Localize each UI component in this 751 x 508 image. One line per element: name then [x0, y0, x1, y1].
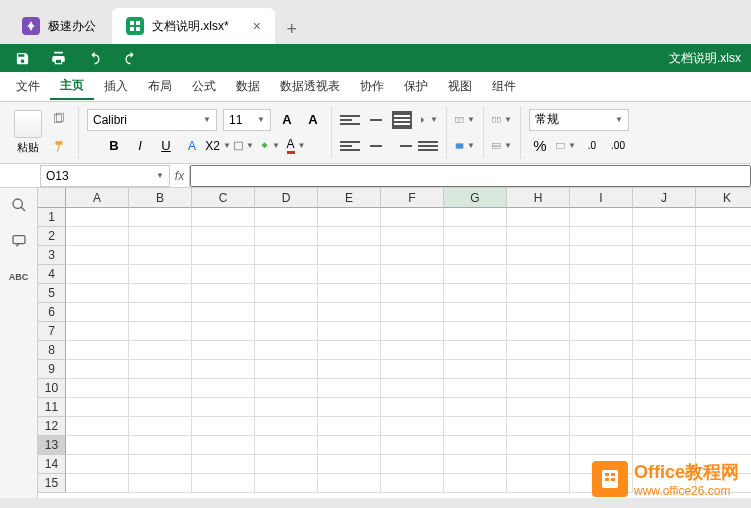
- cell[interactable]: [381, 284, 444, 303]
- cell[interactable]: [255, 417, 318, 436]
- cell[interactable]: [633, 208, 696, 227]
- name-box[interactable]: ▼: [40, 165, 170, 187]
- cell[interactable]: [66, 474, 129, 493]
- print-icon[interactable]: [46, 46, 70, 70]
- cell[interactable]: [66, 360, 129, 379]
- cell[interactable]: [444, 379, 507, 398]
- cell[interactable]: [66, 322, 129, 341]
- cell[interactable]: [66, 398, 129, 417]
- cell[interactable]: [381, 341, 444, 360]
- cell[interactable]: [696, 265, 751, 284]
- cell[interactable]: [444, 360, 507, 379]
- row-header[interactable]: 3: [38, 246, 66, 265]
- cell[interactable]: [66, 436, 129, 455]
- cell[interactable]: [444, 398, 507, 417]
- column-header[interactable]: H: [507, 188, 570, 208]
- cell[interactable]: [444, 303, 507, 322]
- font-size-input[interactable]: [229, 113, 254, 127]
- cell[interactable]: [507, 398, 570, 417]
- cell[interactable]: [507, 303, 570, 322]
- delete-cells-icon[interactable]: ▼: [492, 136, 512, 156]
- cell[interactable]: [570, 379, 633, 398]
- column-header[interactable]: I: [570, 188, 633, 208]
- cell[interactable]: [381, 322, 444, 341]
- align-left-icon[interactable]: [340, 137, 360, 155]
- row-header[interactable]: 9: [38, 360, 66, 379]
- select-all-corner[interactable]: [38, 188, 66, 208]
- font-name-select[interactable]: ▼: [87, 109, 217, 131]
- cell[interactable]: [696, 303, 751, 322]
- cell[interactable]: [66, 284, 129, 303]
- border-button[interactable]: ▼: [234, 136, 254, 156]
- font-color-a-button[interactable]: A: [182, 136, 202, 156]
- italic-button[interactable]: I: [130, 136, 150, 156]
- paste-button[interactable]: 粘贴: [14, 110, 42, 155]
- cell[interactable]: [633, 417, 696, 436]
- cell[interactable]: [255, 474, 318, 493]
- cell[interactable]: [633, 284, 696, 303]
- cell[interactable]: [192, 322, 255, 341]
- increase-decimal-icon[interactable]: .00: [608, 136, 628, 156]
- row-header[interactable]: 13: [38, 436, 66, 455]
- cell[interactable]: [129, 474, 192, 493]
- cell[interactable]: [129, 341, 192, 360]
- cell[interactable]: [381, 246, 444, 265]
- cell[interactable]: [381, 474, 444, 493]
- cell[interactable]: [507, 246, 570, 265]
- comment-icon[interactable]: [8, 230, 30, 252]
- cell[interactable]: [381, 265, 444, 284]
- cell[interactable]: [570, 417, 633, 436]
- cell[interactable]: [570, 284, 633, 303]
- row-header[interactable]: 7: [38, 322, 66, 341]
- cell[interactable]: [192, 341, 255, 360]
- cell[interactable]: [192, 379, 255, 398]
- cell[interactable]: [318, 227, 381, 246]
- cell[interactable]: [633, 303, 696, 322]
- cell[interactable]: [318, 436, 381, 455]
- cell[interactable]: [696, 398, 751, 417]
- cell[interactable]: [696, 227, 751, 246]
- cell[interactable]: [318, 322, 381, 341]
- cell[interactable]: [318, 265, 381, 284]
- row-header[interactable]: 2: [38, 227, 66, 246]
- cell[interactable]: [381, 360, 444, 379]
- cell[interactable]: [633, 265, 696, 284]
- cell[interactable]: [66, 208, 129, 227]
- cell[interactable]: [255, 341, 318, 360]
- cell[interactable]: [192, 417, 255, 436]
- cell[interactable]: [318, 284, 381, 303]
- column-header[interactable]: E: [318, 188, 381, 208]
- cell[interactable]: [255, 360, 318, 379]
- cell[interactable]: [318, 246, 381, 265]
- cell[interactable]: [507, 360, 570, 379]
- cell[interactable]: [192, 455, 255, 474]
- cell[interactable]: [66, 246, 129, 265]
- cell[interactable]: [444, 417, 507, 436]
- copy-icon[interactable]: [48, 108, 70, 130]
- cell[interactable]: [318, 208, 381, 227]
- cell[interactable]: [66, 265, 129, 284]
- cell[interactable]: [381, 227, 444, 246]
- accounting-icon[interactable]: ▼: [556, 136, 576, 156]
- row-header[interactable]: 4: [38, 265, 66, 284]
- redo-icon[interactable]: [118, 46, 142, 70]
- cell[interactable]: [255, 379, 318, 398]
- cell[interactable]: [507, 417, 570, 436]
- menu-layout[interactable]: 布局: [138, 74, 182, 99]
- cell[interactable]: [696, 208, 751, 227]
- cell[interactable]: [633, 360, 696, 379]
- cell[interactable]: [192, 398, 255, 417]
- cell[interactable]: [255, 303, 318, 322]
- fx-label[interactable]: fx: [170, 165, 190, 187]
- cell[interactable]: [444, 227, 507, 246]
- cell[interactable]: [192, 227, 255, 246]
- cell-grid[interactable]: [66, 208, 751, 493]
- undo-icon[interactable]: [82, 46, 106, 70]
- cell[interactable]: [318, 341, 381, 360]
- menu-protect[interactable]: 保护: [394, 74, 438, 99]
- cell[interactable]: [507, 208, 570, 227]
- underline-button[interactable]: U: [156, 136, 176, 156]
- cell[interactable]: [444, 208, 507, 227]
- cell[interactable]: [66, 303, 129, 322]
- cell[interactable]: [570, 208, 633, 227]
